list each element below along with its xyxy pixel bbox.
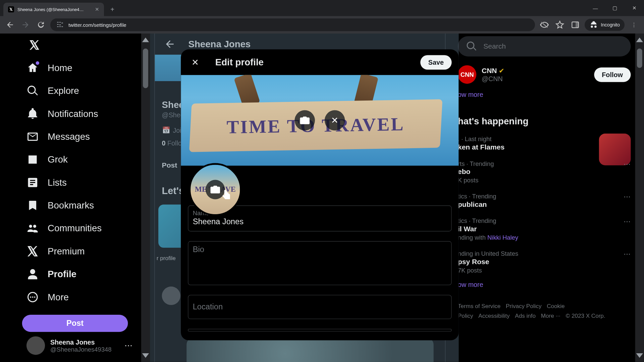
close-modal-button[interactable]: ✕ <box>188 55 203 70</box>
camera-icon <box>210 184 221 195</box>
window-controls: ― ▢ ✕ <box>586 0 644 16</box>
location-label: Location <box>193 302 447 312</box>
scrollbar[interactable] <box>141 34 150 362</box>
follow-suggestion[interactable]: CNN CNN ✔ @CNN Follow <box>458 63 631 88</box>
nav-label: Messages <box>48 131 90 142</box>
compose-post-button[interactable]: Post <box>22 315 128 332</box>
footer-link[interactable]: Privacy Policy <box>506 303 541 309</box>
location-field[interactable]: Location <box>188 295 451 319</box>
search-placeholder: Search <box>483 42 506 50</box>
me-name: Sheena Jones <box>50 338 119 346</box>
panel-title: hat's happening <box>458 112 631 131</box>
site-settings-icon[interactable] <box>56 20 64 30</box>
nav-profile[interactable]: Profile <box>22 263 137 286</box>
grok-icon <box>26 154 39 166</box>
incognito-chip[interactable]: Incognito <box>585 19 625 31</box>
trend-item[interactable]: tics · Trendingpublican⋯ <box>458 188 631 213</box>
who-to-follow: CNN CNN ✔ @CNN Follow ow more <box>458 63 631 104</box>
save-button[interactable]: Save <box>420 55 451 69</box>
nav-label: Profile <box>48 269 76 280</box>
account-name: CNN <box>482 67 497 74</box>
tab-close-icon[interactable]: ✕ <box>95 6 99 12</box>
trend-item[interactable]: . · Last nightken at Flames <box>458 131 631 156</box>
bookmark-icon <box>26 199 39 212</box>
trend-more-icon[interactable]: ⋯ <box>624 250 631 258</box>
footer-link[interactable]: Accessibility <box>478 313 509 319</box>
trend-item[interactable]: nding in United Statespsy Rose7K posts⋯ <box>458 246 631 278</box>
nav-premium[interactable]: Premium <box>22 240 137 263</box>
nav-explore[interactable]: Explore <box>22 79 137 102</box>
bell-icon <box>26 108 39 120</box>
account-handle: @CNN <box>482 75 505 82</box>
camera-icon <box>299 115 311 126</box>
address-bar[interactable]: twitter.com/settings/profile <box>50 18 535 31</box>
follow-button[interactable]: Follow <box>594 67 631 82</box>
modal-title: Edit profile <box>215 57 408 68</box>
footer-links: Terms of ServicePrivacy PolicyCookie Pol… <box>458 302 631 321</box>
svg-point-5 <box>34 297 35 298</box>
footer-link[interactable]: Ads info <box>515 313 536 319</box>
svg-point-3 <box>30 297 31 298</box>
close-window-button[interactable]: ✕ <box>625 0 644 16</box>
nav-label: Home <box>48 63 72 73</box>
browser-menu-icon[interactable]: ⋮ <box>628 19 640 31</box>
bio-field[interactable]: Bio <box>188 241 451 285</box>
x-icon <box>26 245 39 257</box>
twitter-app: HomeExploreNotificationsMessagesGrokList… <box>0 34 644 362</box>
browser-window: 𝕏 Sheena Jones (@SheenaJone4… ✕ + ― ▢ ✕ … <box>0 0 644 362</box>
nav-lists[interactable]: Lists <box>22 171 137 194</box>
browser-tab[interactable]: 𝕏 Sheena Jones (@SheenaJone4… ✕ <box>3 3 104 16</box>
nav-label: Communities <box>48 223 102 234</box>
svg-point-4 <box>32 297 33 298</box>
footer-link[interactable]: More ··· <box>541 313 560 319</box>
more-icon <box>26 291 39 303</box>
remove-banner-button[interactable]: ✕ <box>325 110 345 130</box>
show-more-link[interactable]: ow more <box>458 88 631 105</box>
people-icon <box>26 222 39 235</box>
next-field-partial[interactable] <box>188 329 451 331</box>
nav-label: Explore <box>48 85 79 96</box>
nav-grok[interactable]: Grok <box>22 148 137 171</box>
trend-item[interactable]: tics · Trendingil Warnding with Nikki Ha… <box>458 213 631 245</box>
forward-button[interactable] <box>19 19 32 31</box>
svg-rect-1 <box>576 22 579 27</box>
add-avatar-photo-button[interactable] <box>206 180 225 199</box>
verified-badge-icon: ✔ <box>499 67 504 74</box>
nav-home[interactable]: Home <box>22 57 137 79</box>
trend-item[interactable]: rts · TrendingeboK posts⋯ <box>458 156 631 188</box>
nav-notifications[interactable]: Notifications <box>22 102 137 125</box>
show-more-trends-link[interactable]: ow more <box>458 278 631 295</box>
trend-more-icon[interactable]: ⋯ <box>624 193 631 201</box>
nav-communities[interactable]: Communities <box>22 217 137 240</box>
account-switcher[interactable]: Sheena Jones @SheenaJones49348 ⋯ <box>22 332 137 359</box>
incognito-eye-icon[interactable] <box>538 19 550 31</box>
cnn-avatar: CNN <box>458 65 476 84</box>
list-icon <box>26 176 39 189</box>
tab-strip: 𝕏 Sheena Jones (@SheenaJone4… ✕ + ― ▢ ✕ <box>0 0 644 16</box>
minimize-button[interactable]: ― <box>586 0 605 16</box>
footer-link[interactable]: Terms of Service <box>458 303 500 309</box>
name-input[interactable] <box>193 217 447 227</box>
nav-more[interactable]: More <box>22 286 137 308</box>
me-handle: @SheenaJones49348 <box>50 346 119 353</box>
new-tab-button[interactable]: + <box>107 4 117 14</box>
bookmark-star-icon[interactable] <box>554 19 566 31</box>
nav-bookmarks[interactable]: Bookmarks <box>22 194 137 217</box>
search-input[interactable]: Search <box>458 36 631 56</box>
reload-button[interactable] <box>35 19 47 31</box>
trend-more-icon[interactable]: ⋯ <box>624 160 631 168</box>
avatar <box>26 336 45 355</box>
x-logo[interactable] <box>22 36 47 54</box>
trend-more-icon[interactable]: ⋯ <box>624 217 631 226</box>
modal-header: ✕ Edit profile Save <box>181 49 459 75</box>
nav-label: More <box>48 292 69 303</box>
side-panel-icon[interactable] <box>569 19 581 31</box>
nav-messages[interactable]: Messages <box>22 125 137 148</box>
edit-profile-modal: ✕ Edit profile Save TIME TO TRAVEL <box>181 49 459 340</box>
incognito-label: Incognito <box>601 22 620 27</box>
add-banner-photo-button[interactable] <box>294 110 315 130</box>
maximize-button[interactable]: ▢ <box>605 0 625 16</box>
scrollbar[interactable] <box>635 34 644 362</box>
mail-icon <box>26 131 39 143</box>
back-button[interactable] <box>4 19 16 31</box>
